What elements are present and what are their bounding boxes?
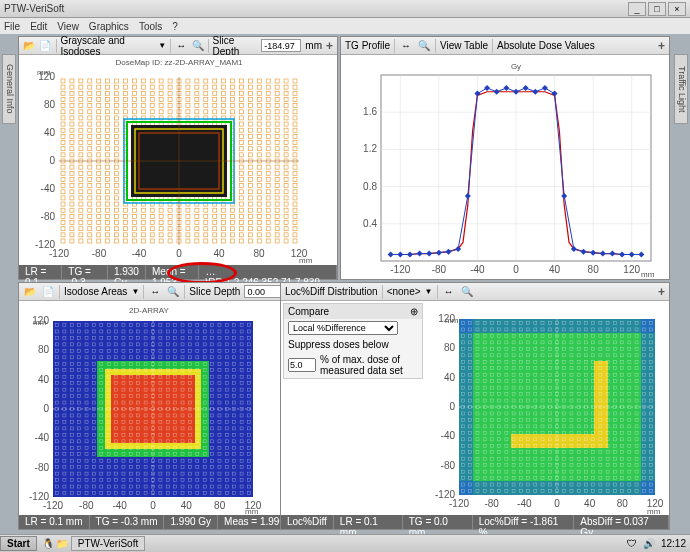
menu-tools[interactable]: Tools xyxy=(139,21,162,32)
svg-text:-40: -40 xyxy=(41,183,56,194)
locdiff-toolbar: Loc%Diff Distribution <none> ▼ ↔ 🔍 + xyxy=(281,283,669,301)
svg-text:1.2: 1.2 xyxy=(363,143,377,154)
menu-edit[interactable]: Edit xyxy=(30,21,47,32)
svg-text:80: 80 xyxy=(38,344,50,355)
svg-text:-120: -120 xyxy=(29,491,49,502)
menu-help[interactable]: ? xyxy=(172,21,178,32)
absdose-button[interactable]: Absolute Dose Values xyxy=(497,40,595,51)
menubar: File Edit View Graphics Tools ? xyxy=(0,18,690,34)
svg-text:80: 80 xyxy=(253,248,265,259)
open-icon[interactable]: 📂 xyxy=(23,285,37,299)
menu-view[interactable]: View xyxy=(57,21,79,32)
svg-text:0.4: 0.4 xyxy=(363,218,377,229)
svg-text:80: 80 xyxy=(214,500,226,511)
svg-text:mm: mm xyxy=(641,270,655,279)
titlebar: PTW-VeriSoft _ □ × xyxy=(0,0,690,18)
svg-text:0.8: 0.8 xyxy=(363,181,377,192)
fit-icon[interactable]: ↔ xyxy=(175,39,187,53)
svg-text:40: 40 xyxy=(549,264,561,275)
zoom-icon[interactable]: 🔍 xyxy=(460,285,474,299)
chevron-down-icon[interactable]: ▼ xyxy=(158,41,166,50)
menu-file[interactable]: File xyxy=(4,21,20,32)
locdiff-status: Loc%Diff LR = 0.1 mm TG = 0.0 mm Loc%Dif… xyxy=(281,515,669,529)
open-icon[interactable]: 📂 xyxy=(23,39,35,53)
zoom-icon[interactable]: 🔍 xyxy=(191,39,203,53)
close-button[interactable]: × xyxy=(668,2,686,16)
svg-text:-40: -40 xyxy=(441,430,456,441)
dosemap-mode-dropdown[interactable]: Grayscale and Isodoses xyxy=(60,35,154,57)
start-button[interactable]: Start xyxy=(0,536,37,551)
svg-text:-80: -80 xyxy=(92,248,107,259)
svg-text:0: 0 xyxy=(176,248,182,259)
svg-text:120: 120 xyxy=(38,71,55,82)
svg-text:-80: -80 xyxy=(41,211,56,222)
pin-icon[interactable]: ⊕ xyxy=(410,306,418,317)
slice-depth-label: Slice Depth xyxy=(213,35,258,57)
fit-icon[interactable]: ↔ xyxy=(442,285,456,299)
status-tg: TG = -0.3 mm xyxy=(62,265,108,279)
fit-icon[interactable]: ↔ xyxy=(399,39,413,53)
taskbar-task[interactable]: PTW-VeriSoft xyxy=(71,536,145,551)
viewtable-button[interactable]: View Table xyxy=(440,40,488,51)
expand-icon[interactable]: + xyxy=(326,39,333,53)
svg-text:80: 80 xyxy=(44,99,56,110)
fit-icon[interactable]: ↔ xyxy=(148,285,162,299)
svg-text:mm: mm xyxy=(299,256,313,265)
tray-icon[interactable]: 🛡 xyxy=(627,538,637,549)
zoom-icon[interactable]: 🔍 xyxy=(166,285,180,299)
svg-text:0: 0 xyxy=(449,401,455,412)
tray-icon[interactable]: 🐧 xyxy=(41,537,55,551)
svg-text:2D-ARRAY: 2D-ARRAY xyxy=(129,306,170,315)
svg-text:-120: -120 xyxy=(35,239,55,250)
compare-method-select[interactable]: Local %Difference xyxy=(288,321,398,335)
tgprofile-chart[interactable]: Gy mm -120-80-4004080120 0.40.81.21.6 xyxy=(341,55,669,265)
zoom-icon[interactable]: 🔍 xyxy=(417,39,431,53)
array-mode-dropdown[interactable]: Isodose Areas xyxy=(64,286,127,297)
svg-text:0: 0 xyxy=(49,155,55,166)
svg-text:-80: -80 xyxy=(441,460,456,471)
svg-text:80: 80 xyxy=(588,264,600,275)
dosemap-title: DoseMap ID: zz-2D-ARRAY_MAM1 xyxy=(116,58,244,67)
doc-icon[interactable]: 📄 xyxy=(39,39,51,53)
svg-text:-80: -80 xyxy=(432,264,447,275)
status-lr: LR = 0.1 mm xyxy=(19,265,62,279)
maximize-button[interactable]: □ xyxy=(648,2,666,16)
svg-text:-40: -40 xyxy=(132,248,147,259)
tray-icon[interactable]: 🔊 xyxy=(643,538,655,549)
doc-icon[interactable]: 📄 xyxy=(41,285,55,299)
chevron-down-icon[interactable]: ▼ xyxy=(131,287,139,296)
none-dropdown[interactable]: <none> xyxy=(387,286,421,297)
svg-text:-40: -40 xyxy=(470,264,485,275)
window-title: PTW-VeriSoft xyxy=(4,3,626,14)
tray-icon[interactable]: 📁 xyxy=(55,537,69,551)
dosemap-toolbar: 📂 📄 Grayscale and Isodoses ▼ ↔ 🔍 Slice D… xyxy=(19,37,337,55)
chevron-down-icon[interactable]: ▼ xyxy=(425,287,433,296)
svg-text:0: 0 xyxy=(513,264,519,275)
svg-text:0: 0 xyxy=(43,403,49,414)
expand-icon[interactable]: + xyxy=(658,39,665,53)
svg-text:120: 120 xyxy=(623,264,640,275)
slice-depth-input[interactable] xyxy=(244,285,284,298)
svg-text:40: 40 xyxy=(213,248,225,259)
dosemap-chart[interactable]: DoseMap ID: zz-2D-ARRAY_MAM1 mm -120-80-… xyxy=(19,55,337,265)
svg-text:-80: -80 xyxy=(484,498,499,509)
svg-text:-80: -80 xyxy=(79,500,94,511)
svg-text:-40: -40 xyxy=(517,498,532,509)
locdiff-chart[interactable]: mm -120-80-4004080120 -120-80-4004080120… xyxy=(431,301,669,515)
svg-text:40: 40 xyxy=(584,498,596,509)
minimize-button[interactable]: _ xyxy=(628,2,646,16)
sidetab-traffic-light[interactable]: Traffic Light xyxy=(674,54,688,124)
svg-text:-120: -120 xyxy=(435,489,455,500)
expand-icon[interactable]: + xyxy=(658,285,665,299)
sidetab-general-info[interactable]: General Info xyxy=(2,54,16,124)
svg-text:-40: -40 xyxy=(112,500,127,511)
svg-rect-1533 xyxy=(459,319,473,495)
slice-depth-input[interactable] xyxy=(261,39,301,52)
svg-text:120: 120 xyxy=(438,313,455,324)
suppress-value-input[interactable] xyxy=(288,358,316,372)
locdiff-title: Loc%Diff Distribution xyxy=(285,286,378,297)
menu-graphics[interactable]: Graphics xyxy=(89,21,129,32)
svg-text:Gy: Gy xyxy=(511,62,521,71)
panel-locdiff: Loc%Diff Distribution <none> ▼ ↔ 🔍 + Com… xyxy=(280,282,670,530)
clock[interactable]: 12:12 xyxy=(661,538,686,549)
